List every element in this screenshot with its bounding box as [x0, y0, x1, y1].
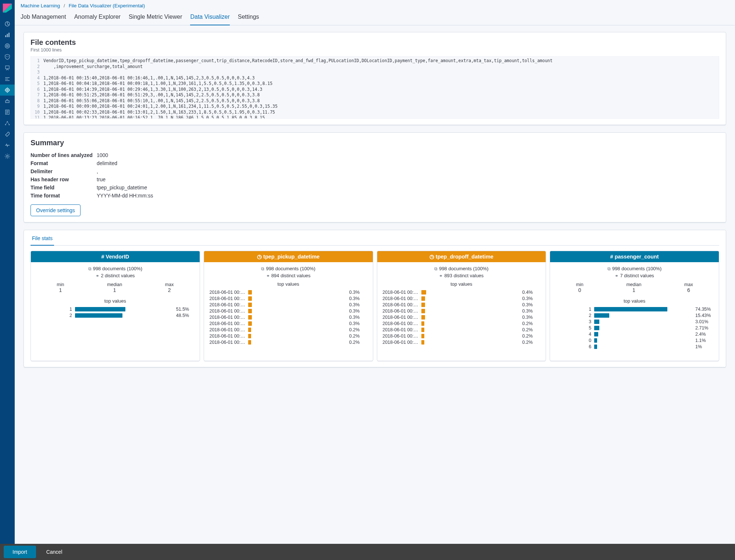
stat-max-label: max — [165, 282, 174, 287]
top-value-label: 2018-06-01 00:… — [382, 333, 418, 339]
summary-title: Summary — [31, 139, 719, 147]
summary-key: Has header row — [31, 176, 97, 182]
card-header: #passenger_count — [550, 251, 719, 262]
tab-data-visualizer[interactable]: Data Visualizer — [190, 10, 229, 25]
tab-anomaly-explorer[interactable]: Anomaly Explorer — [74, 10, 121, 25]
ml-icon[interactable] — [0, 85, 15, 96]
top-value-bar — [421, 309, 425, 313]
stat-median-value: 1 — [626, 287, 641, 293]
top-value-bar — [248, 296, 252, 301]
summary-value: 1000 — [97, 152, 719, 158]
graph-icon[interactable] — [0, 118, 15, 129]
card-header: ◷tpep_pickup_datetime — [204, 251, 373, 262]
top-value-bar — [594, 326, 599, 330]
monitoring-icon[interactable] — [0, 140, 15, 151]
summary-value: tpep_pickup_datetime — [97, 185, 719, 190]
import-button[interactable]: Import — [4, 546, 36, 558]
top-value-pct: 0.2% — [522, 327, 541, 332]
bottom-action-bar: Import Cancel — [0, 544, 735, 560]
top-value-bar — [248, 340, 251, 345]
top-value-label: 2018-06-01 00:… — [382, 315, 418, 320]
breadcrumb-page[interactable]: File Data Visualizer (Experimental) — [69, 3, 145, 8]
distinct-icon: ⚭ — [266, 273, 270, 278]
svg-point-8 — [6, 56, 7, 57]
top-value-row: 2018-06-01 00:…0.2% — [382, 327, 542, 332]
top-value-pct: 0.2% — [349, 333, 368, 339]
canvas-icon[interactable] — [0, 63, 15, 74]
card-header: ◷tpep_dropoff_datetime — [377, 251, 546, 262]
tab-settings[interactable]: Settings — [238, 10, 259, 25]
svg-point-7 — [7, 45, 8, 47]
security-icon[interactable] — [0, 51, 15, 63]
top-value-row: 2018-06-01 00:…0.2% — [208, 327, 368, 332]
cancel-button[interactable]: Cancel — [42, 546, 67, 558]
top-value-label: 5 — [554, 325, 591, 331]
top-value-row: 2018-06-01 00:…0.3% — [208, 321, 368, 326]
top-value-row: 2018-06-01 00:…0.3% — [208, 308, 368, 314]
top-value-row: 61% — [554, 344, 714, 349]
top-value-bar — [594, 320, 599, 324]
tab-file-stats[interactable]: File stats — [31, 232, 54, 246]
top-value-row: 151.5% — [35, 307, 195, 312]
documents-icon: ⧉ — [607, 266, 611, 271]
stat-min-value: 1 — [57, 287, 64, 293]
code-line: 111,2018-06-01 00:13:23,2018-06-01 00:16… — [31, 115, 716, 119]
stat-median-label: median — [107, 282, 122, 287]
top-value-row: 2018-06-01 00:…0.2% — [208, 333, 368, 339]
top-value-bar — [421, 340, 424, 345]
file-contents-title: File contents — [31, 38, 719, 47]
stat-min-value: 0 — [576, 287, 584, 293]
top-value-label: 2 — [35, 313, 72, 318]
top-values-heading: top values — [382, 281, 542, 287]
top-value-pct: 1.1% — [695, 338, 714, 343]
kibana-logo-icon[interactable] — [2, 3, 13, 13]
tab-job-management[interactable]: Job Management — [21, 10, 66, 25]
top-value-bar — [75, 307, 125, 311]
summary-value: YYYY-MM-dd HH:mm:ss — [97, 193, 719, 199]
summary-value: true — [97, 176, 719, 182]
top-value-pct: 0.3% — [349, 290, 368, 295]
distinct-icon: ⚭ — [96, 273, 99, 278]
svg-point-12 — [7, 89, 8, 91]
top-value-bar — [421, 296, 425, 301]
documents-icon: ⧉ — [88, 266, 92, 271]
dashboard-circle-icon[interactable] — [0, 40, 15, 51]
timelion-icon[interactable] — [0, 74, 15, 85]
top-value-bar — [421, 328, 424, 332]
override-settings-button[interactable]: Override settings — [31, 204, 81, 216]
management-icon[interactable] — [0, 151, 15, 162]
top-value-pct: 0.3% — [522, 308, 541, 314]
tab-single-metric-viewer[interactable]: Single Metric Viewer — [129, 10, 182, 25]
stat-card-vendorid: #VendorID⧉998 documents (100%)⚭2 distinc… — [31, 251, 200, 361]
visualize-icon[interactable] — [0, 29, 15, 40]
card-title: VendorID — [106, 254, 129, 260]
breadcrumb-root[interactable]: Machine Learning — [21, 3, 60, 8]
distinct-count: 2 distinct values — [101, 273, 135, 278]
svg-point-9 — [8, 56, 8, 57]
file-contents-code[interactable]: 1VendorID,tpep_pickup_datetime,tpep_drop… — [31, 56, 719, 119]
top-value-bar — [248, 315, 252, 320]
top-value-row: 33.01% — [554, 319, 714, 324]
summary-key: Format — [31, 160, 97, 166]
logs-icon[interactable] — [0, 107, 15, 118]
discover-icon[interactable] — [0, 18, 15, 29]
stat-card-passenger_count: #passenger_count⧉998 documents (100%)⚭7 … — [550, 251, 719, 361]
stat-min-label: min — [576, 282, 584, 287]
top-value-bar — [421, 315, 425, 320]
infra-icon[interactable] — [0, 96, 15, 107]
top-value-row: 2018-06-01 00:…0.3% — [208, 302, 368, 307]
top-values-heading: top values — [35, 298, 195, 304]
top-value-bar — [594, 313, 609, 318]
top-value-label: 2 — [554, 313, 591, 318]
top-value-row: 52.71% — [554, 325, 714, 331]
clock-icon: ◷ — [429, 254, 434, 260]
side-nav — [0, 0, 15, 560]
stats-subtabs: File stats — [31, 232, 719, 246]
summary-key: Number of lines analyzed — [31, 152, 97, 158]
top-value-pct: 0.3% — [522, 296, 541, 301]
top-value-pct: 0.3% — [349, 315, 368, 320]
devtools-icon[interactable] — [0, 129, 15, 140]
documents-count: 998 documents (100%) — [612, 266, 661, 271]
code-line: 3 — [31, 69, 716, 75]
distinct-icon: ⚭ — [615, 273, 618, 278]
